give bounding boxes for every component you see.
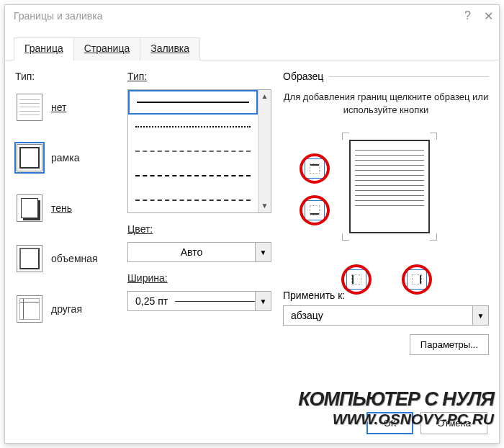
setting-label: Тип: <box>15 71 116 82</box>
style-label: Тип: <box>127 71 271 82</box>
tab-strip: Граница Страница Заливка <box>5 27 499 61</box>
width-value: 0,25 пт <box>135 295 168 307</box>
corner-mark <box>342 133 349 140</box>
close-icon[interactable]: ✕ <box>484 9 493 23</box>
color-label: Цвет: <box>127 223 271 235</box>
dialog-footer: ОК Отмена <box>366 412 487 434</box>
border-top-button[interactable] <box>305 158 325 179</box>
apply-to-label: Применить к: <box>283 290 489 301</box>
tab-border[interactable]: Граница <box>14 37 74 61</box>
scroll-up-icon[interactable]: ▲ <box>260 91 270 102</box>
corner-mark <box>342 233 349 241</box>
corner-mark <box>430 133 437 140</box>
scroll-down-icon[interactable]: ▼ <box>260 201 270 211</box>
help-icon[interactable]: ? <box>464 9 471 22</box>
preset-custom-label: другая <box>51 303 82 315</box>
preset-shadow-label: тень <box>51 202 72 214</box>
preset-custom-icon <box>17 295 42 323</box>
preset-custom[interactable]: другая <box>15 291 116 331</box>
preset-none[interactable]: нет <box>15 89 116 130</box>
color-value: Авто <box>128 243 255 261</box>
preset-3d[interactable]: объемная <box>15 241 116 281</box>
preset-3d-label: объемная <box>51 253 98 264</box>
divider <box>329 76 489 77</box>
preset-shadow[interactable]: тень <box>15 190 116 230</box>
preset-3d-icon <box>17 245 42 272</box>
preset-none-label: нет <box>51 102 66 113</box>
style-scrollbar[interactable]: ▲ ▼ <box>258 90 271 212</box>
apply-to-combo[interactable]: абзацу ▼ <box>283 305 489 326</box>
width-line-preview <box>175 301 255 302</box>
color-combo[interactable]: Авто ▼ <box>127 242 271 262</box>
line-style-dotted[interactable] <box>128 115 258 139</box>
preview-area <box>283 131 489 290</box>
apply-to-value: абзацу <box>284 306 472 325</box>
corner-mark <box>430 233 437 241</box>
options-button[interactable]: Параметры... <box>410 334 489 355</box>
line-style-dashed-small[interactable] <box>128 139 258 163</box>
border-bottom-button[interactable] <box>305 200 325 220</box>
border-right-button[interactable] <box>407 269 427 290</box>
style-column: Тип: ▲ ▼ Цвет: Авто ▼ Ширина: <box>127 71 271 395</box>
window-title: Границы и заливка <box>14 10 102 22</box>
dialog-window: Границы и заливка ? ✕ Граница Страница З… <box>4 4 500 444</box>
preset-box-icon <box>17 144 42 171</box>
ok-button[interactable]: ОК <box>366 412 414 434</box>
preview-document[interactable] <box>349 140 430 233</box>
tab-fill[interactable]: Заливка <box>140 37 200 61</box>
tab-page[interactable]: Страница <box>73 37 140 61</box>
line-style-solid[interactable] <box>128 90 258 115</box>
preset-shadow-icon <box>17 194 42 222</box>
preset-none-icon <box>17 94 42 121</box>
line-style-dashed-large[interactable] <box>128 163 258 188</box>
preview-label: Образец <box>283 71 323 82</box>
width-combo[interactable]: 0,25 пт ▼ <box>127 291 271 311</box>
setting-column: Тип: нет рамка тень <box>15 71 116 395</box>
border-left-button[interactable] <box>346 269 366 290</box>
line-style-list[interactable]: ▲ ▼ <box>127 89 271 213</box>
preview-hint: Для добавления границ щелкните образец и… <box>283 91 489 117</box>
preset-box-label: рамка <box>51 152 79 163</box>
width-dropdown-icon[interactable]: ▼ <box>255 292 271 310</box>
preset-box[interactable]: рамка <box>15 140 116 180</box>
cancel-button[interactable]: Отмена <box>420 412 487 434</box>
color-dropdown-icon[interactable]: ▼ <box>255 243 271 261</box>
preview-column: Образец Для добавления границ щелкните о… <box>283 71 489 395</box>
line-style-dashdot[interactable] <box>128 188 258 212</box>
apply-dropdown-icon[interactable]: ▼ <box>472 306 488 325</box>
titlebar: Границы и заливка ? ✕ <box>5 5 499 27</box>
width-label: Ширина: <box>127 272 271 284</box>
